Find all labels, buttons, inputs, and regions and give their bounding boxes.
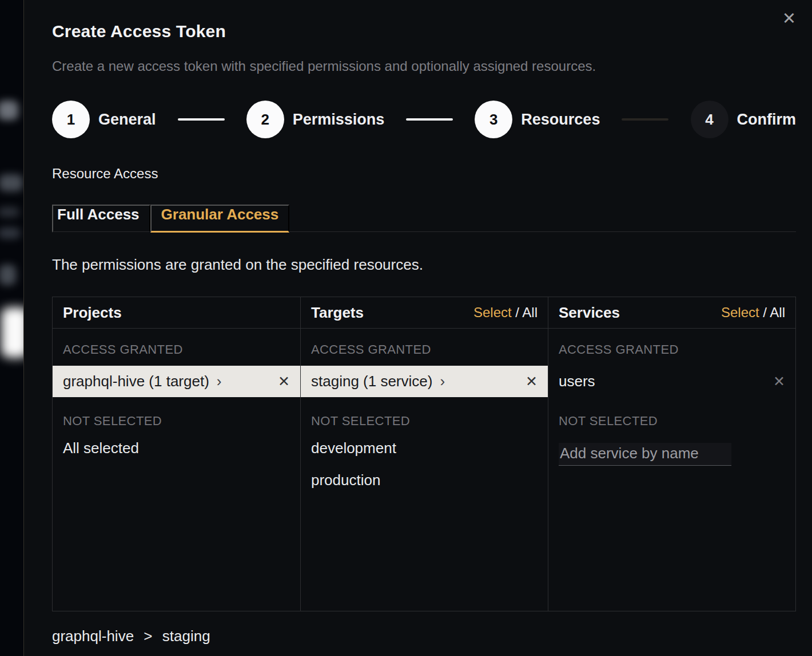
all-selected-note: All selected [63,439,290,457]
target-options-list: development production [301,432,548,496]
blurred-card [1,307,23,358]
step-number-badge: 1 [52,101,90,138]
step-label: General [98,111,156,129]
targets-select-all: Select / All [473,305,538,321]
targets-column: Targets Select / All ACCESS GRANTED stag… [300,297,548,611]
access-mode-tabs: Full Access Granular Access [52,205,796,232]
breadcrumb-separator: > [144,627,152,645]
tab-granular-access[interactable]: Granular Access [150,205,290,233]
step-label: Permissions [293,111,385,129]
granted-project-label: graphql-hive (1 target) [63,373,209,390]
not-selected-label: NOT SELECTED [559,414,785,429]
services-column: Services Select / All ACCESS GRANTED use… [548,297,795,611]
column-title: Projects [63,304,122,322]
resource-access-heading: Resource Access [52,166,796,182]
services-select-link[interactable]: Select [721,305,759,320]
access-granted-label: ACCESS GRANTED [311,342,538,357]
tab-full-access[interactable]: Full Access [52,205,150,233]
granted-target-label: staging (1 service) [311,373,432,390]
chevron-right-icon: › [217,373,222,390]
step-connector [178,118,225,121]
blurred-sidebar-text [0,227,21,239]
projects-column: Projects ACCESS GRANTED graphql-hive (1 … [53,297,300,611]
chevron-right-icon: › [440,373,445,390]
targets-select-link[interactable]: Select [473,305,512,320]
column-title: Targets [311,304,364,322]
step-label: Resources [521,111,600,129]
blurred-sidebar-item [0,265,16,285]
breadcrumb: graphql-hive > staging [52,627,796,645]
step-number-badge: 4 [691,101,729,138]
remove-target-icon[interactable]: ✕ [526,373,538,390]
blurred-sidebar-item [0,174,23,191]
step-confirm[interactable]: 4 Confirm [691,101,797,138]
blurred-sidebar-text [0,207,19,217]
step-label: Confirm [737,111,797,129]
services-select-all: Select / All [721,305,785,321]
breadcrumb-target: staging [162,627,210,645]
close-icon[interactable]: ✕ [778,7,801,30]
step-connector [622,118,668,121]
target-option-production[interactable]: production [301,464,548,496]
remove-service-icon[interactable]: ✕ [773,373,785,390]
target-option-development[interactable]: development [301,432,548,464]
remove-project-icon[interactable]: ✕ [278,373,290,390]
breadcrumb-project: graphql-hive [52,627,134,645]
granted-target-row[interactable]: staging (1 service) › ✕ [301,366,548,397]
targets-all-link[interactable]: All [522,305,538,320]
access-granted-label: ACCESS GRANTED [559,342,785,357]
step-number-badge: 2 [246,101,284,138]
services-column-header: Services Select / All [548,297,795,329]
not-selected-label: NOT SELECTED [63,414,290,429]
divider: / [763,305,770,320]
granted-project-row[interactable]: graphql-hive (1 target) › ✕ [53,366,300,397]
page-title: Create Access Token [52,22,796,41]
access-granted-label: ACCESS GRANTED [63,342,290,357]
projects-column-header: Projects [53,297,300,329]
wizard-stepper: 1 General 2 Permissions 3 Resources 4 Co… [52,101,796,138]
blurred-sidebar-item [0,101,18,120]
granted-service-label: users [559,373,595,390]
step-connector [406,118,453,121]
step-resources[interactable]: 3 Resources [475,101,600,138]
background-page [0,0,23,656]
page-subtitle: Create a new access token with specified… [52,58,796,74]
add-service-input[interactable] [559,443,731,466]
services-all-link[interactable]: All [770,305,785,320]
targets-column-header: Targets Select / All [301,297,548,329]
column-title: Services [559,304,620,322]
divider: / [515,305,522,320]
step-general[interactable]: 1 General [52,101,156,138]
granular-access-description: The permissions are granted on the speci… [52,256,796,274]
not-selected-label: NOT SELECTED [311,414,538,429]
granted-service-row[interactable]: users ✕ [548,366,795,397]
step-number-badge: 3 [475,101,512,138]
create-access-token-modal: ✕ Create Access Token Create a new acces… [23,0,812,656]
resource-picker-table: Projects ACCESS GRANTED graphql-hive (1 … [52,297,796,611]
step-permissions[interactable]: 2 Permissions [246,101,385,138]
